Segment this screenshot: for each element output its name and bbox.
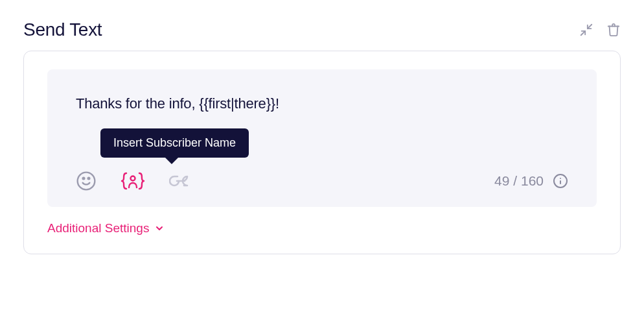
- toolbar-left: Insert Subscriber Name: [76, 171, 192, 191]
- message-text[interactable]: Thanks for the info, {{first|there}}!: [76, 95, 568, 112]
- additional-settings-label: Additional Settings: [47, 221, 149, 235]
- toolbar-right: 49 / 160: [494, 173, 568, 189]
- char-count: 49 / 160: [494, 173, 544, 189]
- message-editor[interactable]: Thanks for the info, {{first|there}}! In…: [47, 69, 597, 207]
- additional-settings-toggle[interactable]: Additional Settings: [47, 221, 165, 235]
- info-icon[interactable]: [553, 173, 568, 189]
- emoji-icon[interactable]: [76, 171, 97, 191]
- link-icon[interactable]: [169, 172, 192, 190]
- svg-point-5: [131, 176, 135, 181]
- trash-icon[interactable]: [606, 23, 621, 37]
- svg-line-0: [588, 25, 592, 29]
- svg-point-3: [83, 178, 85, 180]
- svg-point-2: [78, 173, 95, 190]
- svg-point-4: [88, 178, 90, 180]
- svg-line-1: [581, 31, 585, 35]
- insert-variable-icon[interactable]: [120, 171, 146, 191]
- panel-header: Send Text: [23, 19, 621, 40]
- editor-toolbar: Insert Subscriber Name: [76, 171, 568, 191]
- page-title: Send Text: [23, 19, 102, 40]
- send-text-card: Thanks for the info, {{first|there}}! In…: [23, 51, 621, 254]
- variable-tooltip: Insert Subscriber Name: [100, 128, 249, 158]
- collapse-icon[interactable]: [579, 23, 593, 37]
- header-actions: [579, 23, 621, 37]
- chevron-down-icon: [154, 223, 165, 234]
